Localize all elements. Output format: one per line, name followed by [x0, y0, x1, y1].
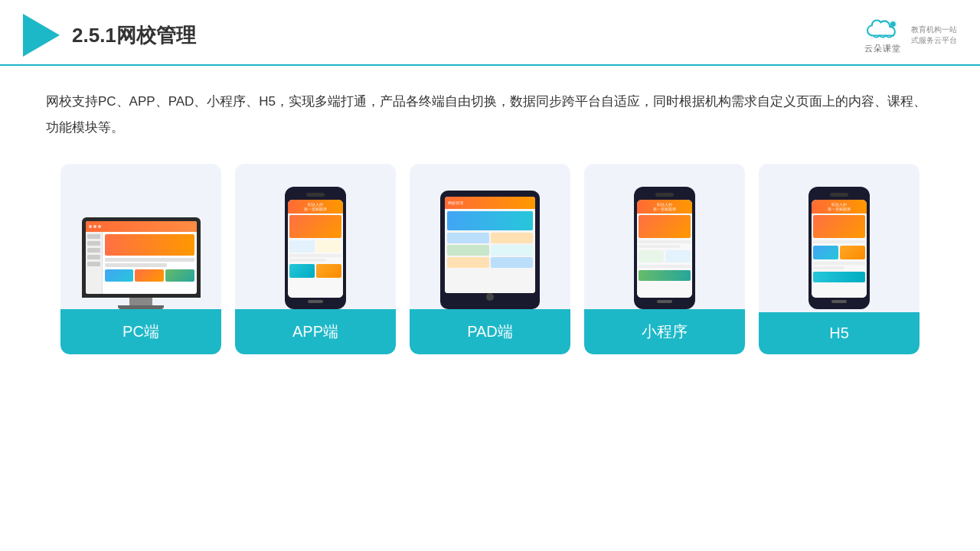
page-title: 2.5.1网校管理 [72, 22, 196, 49]
cards-section: PC端 职达人的第一堂刷题课 [46, 164, 934, 354]
phone-notch [306, 193, 325, 197]
h5-home-btn [831, 300, 847, 303]
mini-screen: 职达人的第一堂刷题课 [637, 200, 692, 298]
mini-mockup: 职达人的第一堂刷题课 [596, 179, 733, 309]
label-app: APP端 [235, 309, 396, 354]
brand-name: 云朵课堂 [864, 43, 901, 54]
tagline-line2: 式服务云平台 [911, 35, 957, 46]
brand-tagline: 教育机构一站 式服务云平台 [911, 24, 957, 46]
main-content: 网校支持PC、APP、PAD、小程序、H5，实现多端打通，产品各终端自由切换，数… [0, 66, 980, 370]
header-right: 云朵课堂 教育机构一站 式服务云平台 [864, 17, 957, 54]
tablet-screen: 网校管理 [445, 197, 535, 293]
card-app: 职达人的第一堂刷题课 [235, 164, 396, 354]
tablet-home-btn [486, 293, 494, 301]
tablet: 网校管理 [440, 191, 540, 309]
mini-home-btn [657, 300, 672, 303]
tagline-line1: 教育机构一站 [911, 24, 957, 35]
cloud-icon [864, 17, 902, 43]
mini-phone: 职达人的第一堂刷题课 [634, 187, 695, 309]
pad-mockup: 网校管理 [422, 179, 558, 309]
app-mockup: 职达人的第一堂刷题课 [247, 179, 384, 309]
description-text: 网校支持PC、APP、PAD、小程序、H5，实现多端打通，产品各终端自由切换，数… [46, 89, 934, 141]
pc-monitor [82, 217, 201, 309]
label-h5: H5 [759, 312, 920, 354]
brand-logo: 云朵课堂 [864, 17, 902, 54]
phone-home-btn [308, 300, 323, 303]
h5-notch [830, 193, 848, 197]
label-pad: PAD端 [410, 309, 570, 354]
svg-point-1 [890, 21, 896, 27]
logo-triangle-icon [23, 14, 60, 57]
label-pc: PC端 [60, 309, 221, 354]
card-mini: 职达人的第一堂刷题课 [584, 164, 745, 354]
h5-mockup: 职达人的第一堂刷题课 [771, 179, 907, 309]
h5-screen: 职达人的第一堂刷题课 [812, 200, 867, 298]
h5-phone: 职达人的第一堂刷题课 [808, 187, 870, 309]
pc-mockup [73, 179, 209, 309]
mini-notch [655, 193, 674, 197]
card-pad: 网校管理 [410, 164, 570, 354]
label-mini: 小程序 [584, 309, 745, 354]
phone-screen: 职达人的第一堂刷题课 [288, 200, 343, 298]
header-left: 2.5.1网校管理 [23, 14, 196, 57]
card-h5: 职达人的第一堂刷题课 [759, 164, 920, 354]
app-phone: 职达人的第一堂刷题课 [285, 187, 346, 309]
card-pc: PC端 [60, 164, 221, 354]
page-header: 2.5.1网校管理 云朵课堂 教育机构一站 式服务云平台 [0, 0, 980, 66]
